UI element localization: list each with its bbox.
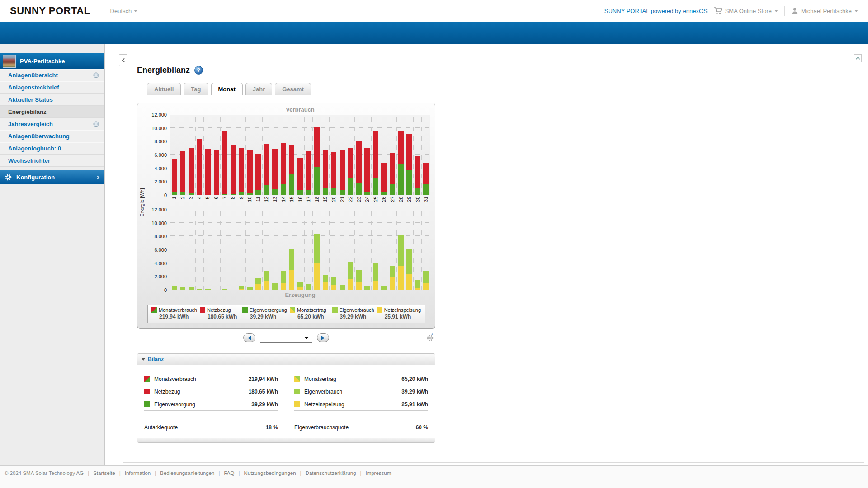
bilanz-panel: Bilanz Monatsverbrauch219,94 kWhNetzbezu… — [137, 353, 435, 443]
x-tick-day-5: 5 — [203, 195, 212, 210]
x-tick-day-20: 20 — [330, 195, 338, 210]
stacked-bar-day-15 — [289, 145, 294, 195]
stacked-bar-day-4 — [197, 139, 202, 195]
scroll-top-button[interactable] — [854, 54, 862, 62]
bar-eigenverbrauch-day-24 — [364, 286, 370, 290]
sidebar-item-aktueller-status[interactable]: Aktueller Status — [0, 94, 104, 106]
footer-link-startseite[interactable]: Startseite — [93, 470, 115, 476]
bar-eigenverbrauch-day-23 — [356, 270, 362, 282]
stacked-bar-day-20 — [331, 277, 336, 290]
y-tick-label: 12.000 — [151, 112, 167, 117]
previous-period-button[interactable] — [243, 333, 255, 342]
tab-tag[interactable]: Tag — [184, 83, 208, 95]
y-tick-label: 10.000 — [151, 126, 167, 131]
tab-aktuell[interactable]: Aktuell — [147, 83, 181, 95]
bar-eigenversorgung-day-1 — [172, 192, 177, 195]
bar-slot-day-30 — [414, 115, 422, 195]
stacked-bar-day-10 — [247, 287, 253, 290]
stacked-bar-day-13 — [272, 283, 278, 290]
stacked-bar-day-10 — [247, 150, 253, 195]
footer-link-nutzungsbedingungen[interactable]: Nutzungsbedingungen — [244, 470, 296, 476]
x-tick-day-28: 28 — [397, 195, 406, 210]
tab-jahr[interactable]: Jahr — [245, 83, 272, 95]
sidebar-collapse-button[interactable] — [119, 54, 127, 66]
sidebar-item-konfiguration[interactable]: Konfiguration — [0, 170, 104, 184]
footer-separator: | — [155, 470, 156, 476]
stacked-bar-day-21 — [340, 150, 345, 195]
bilanz-row-label: Monatsertrag — [304, 376, 401, 382]
stacked-bar-day-28 — [398, 131, 404, 195]
legend-name: Netzbezug — [207, 307, 231, 313]
bar-netzeinspeisung-day-11 — [255, 284, 261, 290]
bilanz-row-label: Monatsverbrauch — [154, 376, 249, 382]
bar-netzbezug-day-21 — [340, 150, 345, 190]
stacked-bar-day-16 — [297, 282, 303, 290]
sidebar-item-anlagensteckbrief[interactable]: Anlagensteckbrief — [0, 81, 104, 94]
bar-eigenverbrauch-day-25 — [373, 263, 378, 281]
powered-by-link[interactable]: SUNNY PORTAL powered by ennexOS — [604, 8, 708, 14]
user-menu[interactable]: Michael Perlitschke — [791, 7, 858, 14]
sidebar-item-anlagenlogbuch-0[interactable]: Anlagenlogbuch: 0 — [0, 142, 104, 155]
bar-eigenversorgung-day-31 — [423, 184, 429, 195]
bilanz-header[interactable]: Bilanz — [137, 354, 435, 365]
bar-eigenverbrauch-day-26 — [381, 286, 387, 290]
bar-slot-day-15 — [288, 210, 297, 290]
bar-netzeinspeisung-day-31 — [423, 283, 429, 290]
page-title: Energiebilanz — [137, 66, 190, 75]
bar-eigenversorgung-day-20 — [331, 188, 336, 195]
chart-settings-icon[interactable] — [426, 333, 434, 342]
content-panel: Energiebilanz ? AktuellTagMonatJahrGesam… — [123, 52, 864, 463]
bar-netzbezug-day-10 — [247, 150, 253, 193]
bar-slot-day-24 — [363, 210, 372, 290]
sidebar-item-anlagen-berwachung[interactable]: Anlagenüberwachung — [0, 130, 104, 142]
bar-eigenversorgung-day-12 — [264, 185, 269, 195]
legend-value: 180,65 kWh — [200, 314, 240, 320]
bar-netzbezug-day-18 — [314, 127, 320, 167]
x-tick-day-21: 21 — [338, 195, 347, 210]
bilanz-row-monatsverbrauch: Monatsverbrauch219,94 kWh — [144, 373, 278, 385]
tab-monat[interactable]: Monat — [211, 83, 243, 95]
bar-netzbezug-day-4 — [197, 139, 202, 195]
period-select[interactable] — [260, 333, 312, 343]
legend-label-row: Monatsverbrauch — [151, 307, 197, 313]
bar-slot-day-6 — [212, 210, 221, 290]
next-period-button[interactable] — [317, 333, 329, 342]
bar-slot-day-2 — [179, 115, 188, 195]
footer-link-bedienungsanleitungen[interactable]: Bedienungsanleitungen — [160, 470, 214, 476]
sidebar-item-jahresvergleich[interactable]: Jahresvergleich — [0, 118, 104, 130]
bar-slot-day-11 — [254, 210, 263, 290]
footer-link-faq[interactable]: FAQ — [224, 470, 234, 476]
chevron-down-icon — [854, 10, 858, 12]
bilanz-total-label: Eigenverbrauchsquote — [294, 424, 416, 431]
sidebar-item-energiebilanz[interactable]: Energiebilanz — [0, 106, 104, 118]
bar-slot-day-29 — [405, 210, 414, 290]
sidebar-item-anlagen-bersicht[interactable]: Anlagenübersicht — [0, 69, 104, 81]
language-selector[interactable]: Deutsch — [110, 8, 138, 14]
online-store-menu[interactable]: SMA Online Store — [714, 7, 778, 14]
bar-slot-day-12 — [263, 210, 271, 290]
bar-netzbezug-day-12 — [264, 144, 269, 185]
bar-slot-day-22 — [346, 115, 355, 195]
sidebar-item-label: Jahresvergleich — [8, 121, 53, 127]
footer-link-information[interactable]: Information — [125, 470, 151, 476]
legend-item-eigenversorgung: Eigenversorgung39,29 kWh — [242, 307, 287, 320]
plant-header[interactable]: PVA-Perlitschke — [0, 53, 104, 69]
bilanz-row-value: 180,65 kWh — [249, 389, 278, 395]
help-icon[interactable]: ? — [194, 66, 203, 75]
cart-icon — [714, 7, 722, 14]
y-tick-label: 2.000 — [154, 274, 167, 279]
stacked-bar-day-4 — [197, 289, 202, 290]
sidebar-item-wechselrichter[interactable]: Wechselrichter — [0, 155, 104, 167]
bilanz-title: Bilanz — [148, 356, 164, 362]
stacked-bar-day-8 — [231, 145, 236, 195]
stacked-bar-day-26 — [381, 163, 387, 195]
legend-name: Monatsertrag — [297, 307, 326, 313]
footer-link-impressum[interactable]: Impressum — [365, 470, 391, 476]
gear-icon — [5, 174, 12, 181]
footer-link-datenschutzerklärung[interactable]: Datenschutzerklärung — [306, 470, 356, 476]
bar-eigenverbrauch-day-7 — [222, 289, 227, 290]
stacked-bar-day-30 — [415, 280, 420, 290]
x-tick-day-10: 10 — [245, 195, 254, 210]
bar-eigenverbrauch-day-10 — [247, 287, 253, 290]
tab-gesamt[interactable]: Gesamt — [275, 83, 311, 95]
